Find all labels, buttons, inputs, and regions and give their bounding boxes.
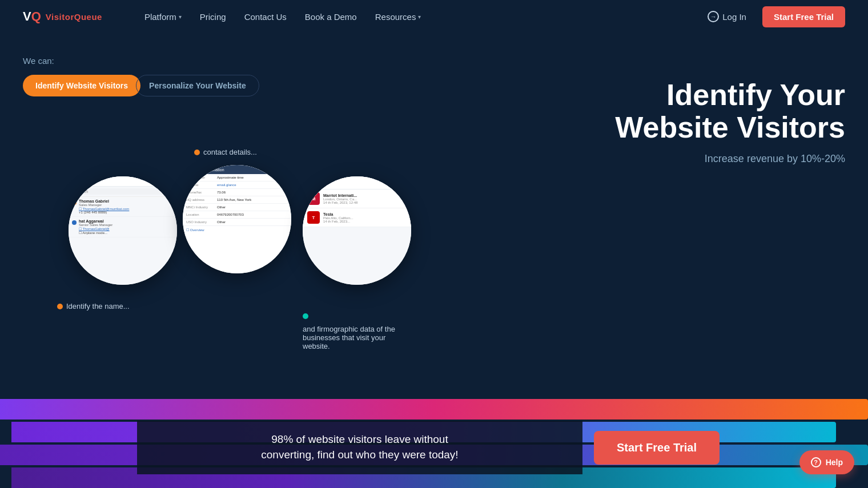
annotation-right: and firmographic data of the businesses … [303,313,411,350]
nav-resources[interactable]: Resources ▾ [367,7,429,26]
banner-text-area: 98% of website visitors leave without co… [137,421,582,474]
navbar: VQ VisitorQueue Platform ▾ Pricing Conta… [0,0,868,33]
start-trial-nav-button[interactable]: Start Free Trial [762,6,845,27]
logo[interactable]: VQ VisitorQueue [23,9,102,24]
banner-overlay: 98% of website visitors leave without co… [0,399,868,488]
annotation-dot-center [194,150,200,155]
nav-right: → Log In Start Free Trial [701,6,845,27]
login-button[interactable]: → Log In [701,6,753,27]
tab-identify[interactable]: Identify Website Visitors [23,75,140,96]
help-button[interactable]: ? Help [799,450,854,474]
nav-demo[interactable]: Book a Demo [297,7,365,26]
annotation-center-label: contact details... [203,148,257,156]
nav-links: Platform ▾ Pricing Contact Us Book a Dem… [136,7,701,26]
left-panel: We can: Identify Website Visitors Person… [23,45,594,365]
annotation-center: contact details... [194,148,257,156]
hero-title: Identify Your Website Visitors [605,79,845,144]
annotation-dot-right [303,313,308,319]
annotation-dot-left [57,304,63,309]
marriott-logo: M [307,192,320,205]
nav-platform[interactable]: Platform ▾ [136,7,190,26]
chevron-down-icon: ▾ [179,14,182,20]
logo-icon: VQ [23,9,41,24]
help-icon: ? [811,457,821,467]
nav-contact[interactable]: Contact Us [236,7,295,26]
main-content: We can: Identify Website Visitors Person… [0,33,868,388]
bottom-banner: 98% of website visitors leave without co… [0,399,868,488]
tab-buttons: Identify Website Visitors Personalize Yo… [23,75,594,96]
right-panel: Identify Your Website Visitors Increase … [594,45,845,365]
card-company-list: ☐ Name ✕ M Marriot Internati... London, … [303,176,411,285]
tesla-logo: T [307,211,320,224]
annotation-right-label-1: and firmographic data of the [303,325,411,333]
illustration-area: Identify the name... contact details... … [23,119,411,365]
annotation-left: Identify the name... [57,302,130,310]
contact-dot-2 [72,220,77,225]
card-search: Search [72,188,174,195]
hero-subtitle: Increase revenue by 10%-20% [605,153,845,165]
tab-personalize[interactable]: Personalize Your Website [136,75,259,96]
logo-text: VisitorQueue [46,12,102,22]
nav-pricing[interactable]: Pricing [192,7,234,26]
annotation-right-label-2: businesses that visit your website. [303,333,411,350]
we-can-label: We can: [23,56,594,66]
card-contacts: acts ✕ Search Thomas Gabriel Sales Manag… [69,176,177,285]
annotation-left-label: Identify the name... [66,302,130,310]
chevron-down-icon: ▾ [418,14,421,20]
card-company-info: Company information ⊞ Headquarter Approx… [183,165,291,273]
login-arrow-icon: → [708,11,719,22]
contact-dot-1 [72,200,77,205]
start-trial-banner-button[interactable]: Start Free Trial [594,431,720,465]
banner-text: 98% of website visitors leave without co… [160,432,560,462]
